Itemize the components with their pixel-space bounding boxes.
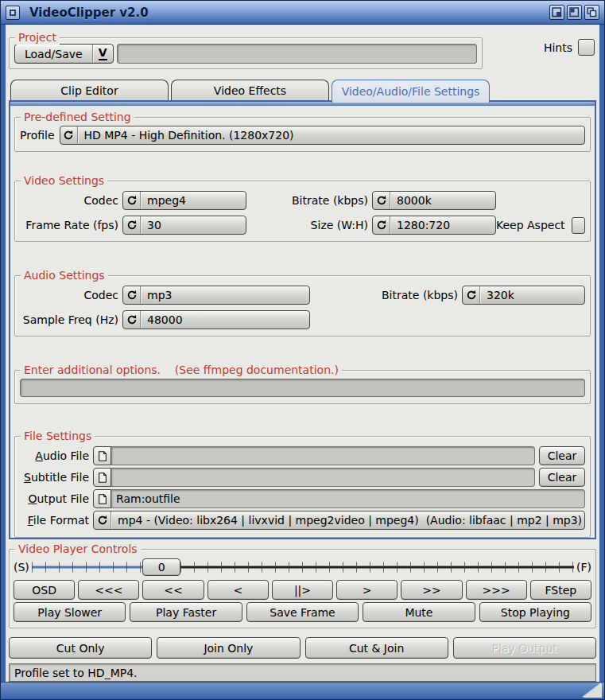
cycle-icon: [373, 192, 390, 209]
video-settings-group: Video Settings Codec mpeg4 Bitrate (kbps…: [14, 181, 591, 242]
framerate-cycle[interactable]: 30: [122, 216, 246, 235]
tab-video-audio-file-settings[interactable]: Video/Audio/File Settings: [332, 80, 490, 103]
file-icon: [97, 472, 108, 484]
window-bottom-border: [1, 682, 604, 699]
audio-file-label: Audio File: [20, 449, 93, 462]
file-format-cycle[interactable]: mp4 - (Video: libx264 | livxvid | mpeg2v…: [93, 511, 585, 530]
load-save-button[interactable]: Load/Save V: [14, 44, 114, 64]
player-controls-legend: Video Player Controls: [15, 542, 141, 556]
video-bitrate-cycle[interactable]: 8000k: [372, 191, 496, 210]
cycle-icon: [373, 216, 390, 234]
output-file-picker-button[interactable]: [93, 489, 111, 508]
audio-bitrate-cycle[interactable]: 320k: [462, 286, 585, 305]
audio-file-clear-button[interactable]: Clear: [539, 446, 585, 465]
audio-settings-legend: Audio Settings: [21, 268, 108, 282]
rewind-fast-button[interactable]: <<<: [78, 580, 139, 600]
tab-video-effects[interactable]: Video Effects: [171, 80, 329, 100]
step-back-button[interactable]: <: [207, 580, 269, 600]
file-format-value: mp4 - (Video: libx264 | livxvid | mpeg2v…: [111, 514, 584, 527]
predefined-setting-group: Pre-defined Setting Profile HD MP4 - Hig…: [14, 117, 591, 152]
close-window-button[interactable]: [6, 6, 20, 20]
play-output-button: Play Output: [453, 637, 596, 659]
audio-codec-value: mp3: [141, 289, 178, 301]
cut-only-button[interactable]: Cut Only: [9, 637, 152, 659]
cycle-icon: [123, 216, 141, 234]
osd-button[interactable]: OSD: [14, 580, 75, 600]
settings-panel: Pre-defined Setting Profile HD MP4 - Hig…: [9, 100, 596, 539]
subtitle-file-clear-button[interactable]: Clear: [539, 468, 585, 487]
additional-options-legend: Enter additional options. (See ffmpeg do…: [21, 363, 342, 377]
project-name-input[interactable]: [117, 44, 477, 64]
cut-and-join-button[interactable]: Cut & Join: [305, 637, 448, 659]
status-text: Profile set to HD_MP4.: [14, 667, 138, 679]
additional-options-group: Enter additional options. (See ffmpeg do…: [14, 370, 591, 404]
depth-button[interactable]: [584, 5, 599, 20]
player-controls-group: Video Player Controls (S) 0 (F) OSD <<< …: [9, 549, 596, 628]
audio-bitrate-value: 320k: [480, 289, 521, 301]
video-bitrate-label: Bitrate (kbps): [266, 194, 368, 207]
play-slower-button[interactable]: Play Slower: [14, 602, 126, 622]
audio-file-input[interactable]: [111, 446, 535, 465]
tab-bar: Clip Editor Video Effects Video/Audio/Fi…: [9, 80, 596, 100]
audio-codec-cycle[interactable]: mp3: [122, 286, 310, 305]
play-pause-button[interactable]: ||>: [272, 580, 333, 600]
seek-slider-knob[interactable]: 0: [142, 558, 180, 576]
size-value: 1280:720: [390, 219, 456, 231]
file-settings-legend: File Settings: [21, 429, 95, 443]
mute-button[interactable]: Mute: [363, 602, 475, 622]
audio-bitrate-label: Bitrate (kbps): [356, 289, 458, 301]
step-forward-button[interactable]: >: [336, 580, 398, 600]
cycle-icon: [94, 511, 111, 529]
hints-label: Hints: [544, 41, 572, 54]
rewind-button[interactable]: <<: [142, 580, 204, 600]
predefined-setting-legend: Pre-defined Setting: [21, 110, 134, 124]
size-cycle[interactable]: 1280:720: [372, 216, 496, 235]
cycle-icon: [123, 311, 141, 329]
ffmpeg-options-input[interactable]: [20, 379, 585, 397]
zoom-button[interactable]: [567, 5, 582, 20]
seek-slider[interactable]: 0: [32, 558, 574, 577]
load-save-label: Load/Save: [15, 48, 92, 60]
audio-file-picker-button[interactable]: [93, 446, 111, 465]
play-faster-button[interactable]: Play Faster: [130, 602, 242, 622]
fstep-button[interactable]: FStep: [530, 580, 591, 600]
stop-playing-button[interactable]: Stop Playing: [479, 602, 591, 622]
cycle-icon: [463, 286, 480, 304]
cycle-icon: [123, 192, 141, 209]
framerate-label: Frame Rate (fps): [20, 219, 118, 231]
video-bitrate-value: 8000k: [390, 194, 438, 207]
forward-fast-button[interactable]: >>>: [466, 580, 527, 600]
subtitle-file-input[interactable]: [111, 468, 535, 487]
video-codec-cycle[interactable]: mpeg4: [122, 191, 246, 210]
profile-cycle[interactable]: HD MP4 - High Definition. (1280x720): [60, 126, 585, 145]
slider-end-label: (F): [576, 561, 591, 574]
keep-aspect-label: Keep Aspect: [496, 219, 565, 231]
samplefreq-cycle[interactable]: 48000: [122, 310, 310, 329]
tab-clip-editor[interactable]: Clip Editor: [10, 80, 169, 100]
join-only-button[interactable]: Join Only: [157, 637, 300, 659]
depth-icon: [587, 7, 597, 18]
audio-settings-group: Audio Settings Codec mp3 Bitrate (kbps) …: [14, 275, 591, 336]
video-codec-label: Codec: [20, 194, 118, 207]
iconify-button[interactable]: [549, 5, 564, 20]
hints-checkbox[interactable]: [578, 39, 595, 56]
forward-button[interactable]: >>: [401, 580, 462, 600]
save-frame-button[interactable]: Save Frame: [246, 602, 359, 622]
video-settings-legend: Video Settings: [21, 173, 107, 188]
output-file-input[interactable]: [111, 489, 585, 508]
project-legend: Project: [15, 30, 60, 45]
keep-aspect-checkbox[interactable]: [572, 217, 585, 234]
subtitle-file-label: Subtitle File: [20, 471, 93, 484]
size-label: Size (W:H): [266, 219, 368, 231]
iconify-icon: [552, 7, 562, 18]
video-codec-value: mpeg4: [141, 194, 192, 207]
profile-label: Profile: [20, 129, 55, 142]
samplefreq-label: Sample Freq (Hz): [20, 313, 118, 326]
zoom-icon: [569, 7, 580, 18]
resize-handle[interactable]: [583, 683, 602, 698]
file-settings-group: File Settings Audio File Clear Subtitle …: [14, 436, 591, 538]
subtitle-file-picker-button[interactable]: [93, 468, 111, 487]
file-format-label: File Format: [20, 514, 93, 527]
titlebar[interactable]: VideoClipper v2.0: [1, 1, 604, 25]
profile-value: HD MP4 - High Definition. (1280x720): [78, 129, 301, 142]
